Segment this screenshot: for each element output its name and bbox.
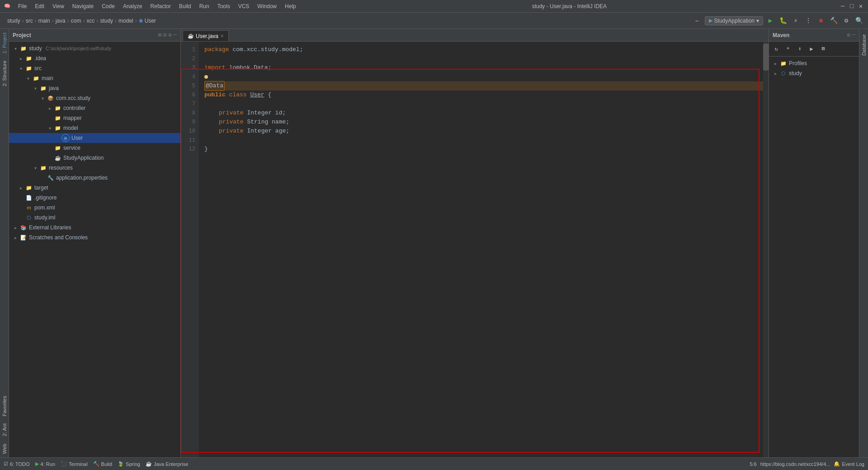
panel-collapse-icon[interactable]: ⊟ (163, 32, 166, 38)
tree-arrow-main (25, 76, 31, 81)
breadcrumb-main[interactable]: main (38, 18, 50, 24)
maven-study-icon: ⬡ (780, 70, 787, 77)
tree-item-resources[interactable]: 📁 resources (9, 163, 180, 173)
stop-button[interactable]: ■ (816, 15, 826, 26)
java-enterprise-label: Java Enterprise (154, 461, 188, 467)
settings-button[interactable]: ⚙ (841, 15, 852, 26)
close-button[interactable]: ✕ (857, 3, 864, 10)
project-tree: 📁 study C:\sckj\work\project-self\study … (9, 42, 180, 457)
tree-item-user[interactable]: ◉ User (9, 133, 180, 143)
toolbar-right: ← ▶ StudyApplication ▾ ▶ 🐛 ⚡ ⋮ ■ 🔨 ⚙ 🔍 (692, 15, 864, 26)
menu-navigate[interactable]: Navigate (69, 2, 97, 10)
bottom-build[interactable]: 🔨 Build (93, 461, 112, 467)
tree-item-pom-xml[interactable]: m pom.xml (9, 203, 180, 213)
bottom-java-enterprise[interactable]: ☕ Java Enterprise (146, 461, 188, 467)
editor-area: ☕ User.java ✕ 1 2 3 4 5 6 7 8 9 10 11 (181, 29, 769, 457)
breadcrumb-model[interactable]: model (118, 18, 133, 24)
run-button[interactable]: ▶ (765, 15, 776, 26)
menu-help[interactable]: Help (281, 2, 300, 10)
tree-label-ext-libs: External Libraries (29, 224, 71, 231)
menu-view[interactable]: View (49, 2, 68, 10)
vtab-web[interactable]: Web (1, 440, 8, 457)
breadcrumb-java[interactable]: java (56, 18, 66, 24)
scrollbar-thumb[interactable] (763, 43, 769, 71)
tree-label-src: src (34, 65, 42, 71)
panel-close-icon[interactable]: — (174, 32, 177, 38)
vtab-structure[interactable]: 2: Structure (1, 57, 8, 90)
search-everywhere-button[interactable]: 🔍 (854, 15, 864, 26)
maven-add-btn[interactable]: + (783, 43, 793, 54)
tree-item-target[interactable]: 📁 target (9, 183, 180, 193)
tab-close-button[interactable]: ✕ (220, 33, 224, 38)
bottom-todo[interactable]: ☑ 6: TODO (4, 461, 30, 467)
tree-item-ext-libs[interactable]: 📚 External Libraries (9, 223, 180, 233)
bottom-event-log[interactable]: 🔔 Event Log (834, 461, 864, 467)
maven-tree-profiles[interactable]: 📁 Profiles (769, 58, 859, 68)
run-coverage-button[interactable]: ⚡ (790, 15, 801, 26)
nav-back-button[interactable]: ← (692, 15, 703, 26)
main-folder-icon: 📁 (33, 75, 40, 82)
menu-run[interactable]: Run (196, 2, 213, 10)
breadcrumb-study2[interactable]: study (100, 18, 113, 24)
tree-item-gitignore[interactable]: 📄 .gitignore (9, 193, 180, 203)
menu-file[interactable]: File (14, 2, 30, 10)
vtab-database[interactable]: Database (860, 31, 868, 59)
scratch-icon: 📝 (20, 234, 27, 241)
run-config-name: StudyApplication (714, 18, 755, 24)
maven-settings-icon[interactable]: ⚙ (847, 32, 850, 38)
vtab-ant[interactable]: 2: Ant (1, 420, 8, 440)
bottom-run[interactable]: ▶ 4: Run (35, 461, 55, 467)
tree-item-main[interactable]: 📁 main (9, 73, 180, 83)
tree-item-scratches[interactable]: 📝 Scratches and Consoles (9, 233, 180, 242)
tree-item-java[interactable]: 📁 java (9, 83, 180, 93)
panel-expand-icon[interactable]: ⊞ (158, 32, 161, 38)
code-content[interactable]: package com.xcc.study.model; import lomb… (199, 42, 769, 457)
menu-analyze[interactable]: Analyze (119, 2, 146, 10)
code-area[interactable]: 1 2 3 4 5 6 7 8 9 10 11 12 package com.x… (181, 42, 769, 457)
tree-item-src[interactable]: 📁 src (9, 63, 180, 73)
build-button[interactable]: 🔨 (828, 15, 839, 26)
maven-minimize-icon[interactable]: — (852, 32, 855, 38)
maven-download-btn[interactable]: ⬇ (794, 43, 805, 54)
maven-run-btn[interactable]: ▶ (806, 43, 817, 54)
menu-edit[interactable]: Edit (31, 2, 48, 10)
tree-item-idea[interactable]: 📁 .idea (9, 53, 180, 63)
minimize-button[interactable]: ─ (839, 3, 846, 10)
tree-item-study-app[interactable]: ☕ StudyApplication (9, 153, 180, 163)
scrollbar-track[interactable] (763, 42, 769, 457)
menu-code[interactable]: Code (98, 2, 118, 10)
maven-tree-study[interactable]: ⬡ study (769, 68, 859, 78)
tree-item-study-root[interactable]: 📁 study C:\sckj\work\project-self\study (9, 43, 180, 53)
tree-item-com-xcc-study[interactable]: 📦 com.xcc.study (9, 93, 180, 103)
breadcrumb-src[interactable]: src (26, 18, 33, 24)
tree-item-app-properties[interactable]: 🔧 application.properties (9, 173, 180, 183)
tree-item-study-iml[interactable]: ⬡ study.iml (9, 213, 180, 223)
more-run-button[interactable]: ⋮ (803, 15, 814, 26)
panel-settings-icon[interactable]: ⚙ (169, 32, 172, 38)
package-icon: 📦 (47, 95, 54, 102)
vtab-project[interactable]: 1: Project (1, 29, 8, 57)
maven-m-btn[interactable]: m (818, 43, 829, 54)
run-config-selector[interactable]: ▶ StudyApplication ▾ (705, 16, 763, 25)
editor-tab-user-java[interactable]: ☕ User.java ✕ (183, 30, 229, 41)
breadcrumb-com[interactable]: com (71, 18, 81, 24)
tree-item-controller[interactable]: 📁 controller (9, 103, 180, 113)
bottom-terminal[interactable]: ⬛ Terminal (61, 461, 88, 467)
breadcrumb-study[interactable]: study (7, 18, 20, 24)
menu-vcs[interactable]: VCS (235, 2, 253, 10)
tree-item-service[interactable]: 📁 service (9, 143, 180, 153)
debug-button[interactable]: 🐛 (778, 15, 788, 26)
menu-window[interactable]: Window (254, 2, 280, 10)
vtab-favorites[interactable]: Favorites (1, 392, 8, 420)
maximize-button[interactable]: □ (848, 3, 855, 10)
breadcrumb-xcc[interactable]: xcc (86, 18, 94, 24)
maven-refresh-btn[interactable]: ↻ (771, 43, 782, 54)
bottom-spring[interactable]: 🍃 Spring (118, 461, 140, 467)
menu-tools[interactable]: Tools (214, 2, 234, 10)
tree-item-model[interactable]: 📁 model (9, 123, 180, 133)
menu-refactor[interactable]: Refactor (147, 2, 175, 10)
breadcrumb-user[interactable]: User (145, 18, 156, 24)
tree-item-mapper[interactable]: 📁 mapper (9, 113, 180, 123)
menu-build[interactable]: Build (175, 2, 195, 10)
url-text[interactable]: https://blog.csdn.net/xcc194/4... (760, 461, 830, 467)
